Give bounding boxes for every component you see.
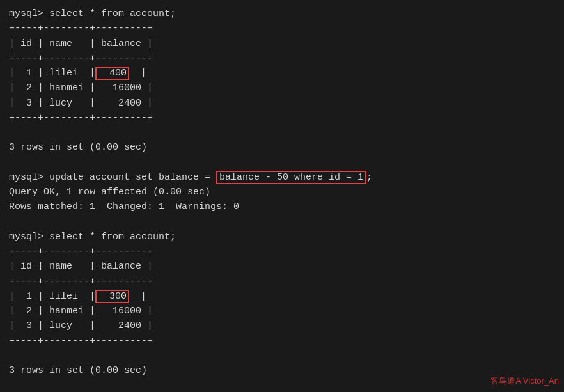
table1-sep: +----+--------+---------+ bbox=[9, 51, 555, 66]
table2-row3: | 3 | lucy | 2400 | bbox=[9, 318, 555, 333]
query-ok: Query OK, 1 row affected (0.00 sec) bbox=[9, 185, 555, 200]
table1-row3: | 3 | lucy | 2400 | bbox=[9, 96, 555, 111]
blank2 bbox=[9, 215, 555, 230]
table2-header: | id | name | balance | bbox=[9, 259, 555, 274]
table2-bottom: +----+--------+---------+ bbox=[9, 334, 555, 349]
blank1 bbox=[9, 155, 555, 170]
table1-row2: | 2 | hanmei | 16000 | bbox=[9, 81, 555, 95]
blank3 bbox=[9, 349, 555, 363]
table1-row1: | 1 | lilei | 400 | bbox=[9, 66, 555, 81]
terminal: mysql> select * from account; +----+----… bbox=[0, 0, 564, 392]
table1-bottom: +----+--------+---------+ bbox=[9, 111, 555, 125]
watermark: 客鸟道A Victor_An bbox=[490, 375, 559, 387]
cmd2-line: mysql> update account set balance = bala… bbox=[9, 170, 555, 185]
table1-top: +----+--------+---------+ bbox=[9, 21, 555, 36]
cmd1-line: mysql> select * from account; bbox=[9, 6, 555, 21]
table2-sep: +----+--------+---------+ bbox=[9, 274, 555, 289]
table2-row2: | 2 | hanmei | 16000 | bbox=[9, 304, 555, 318]
rows2-text: 3 rows in set (0.00 sec) bbox=[9, 363, 555, 378]
highlight-300: 300 bbox=[95, 290, 129, 303]
rows1-text: 3 rows in set (0.00 sec) bbox=[9, 140, 555, 155]
rows1 bbox=[9, 125, 555, 140]
rows-matched: Rows matched: 1 Changed: 1 Warnings: 0 bbox=[9, 200, 555, 214]
cmd3-line: mysql> select * from account; bbox=[9, 230, 555, 244]
table2-top: +----+--------+---------+ bbox=[9, 244, 555, 259]
highlight-where: balance - 50 where id = 1 bbox=[216, 171, 366, 184]
table2-row1: | 1 | lilei | 300 | bbox=[9, 289, 555, 304]
table1-header: | id | name | balance | bbox=[9, 36, 555, 51]
highlight-400: 400 bbox=[95, 67, 129, 80]
